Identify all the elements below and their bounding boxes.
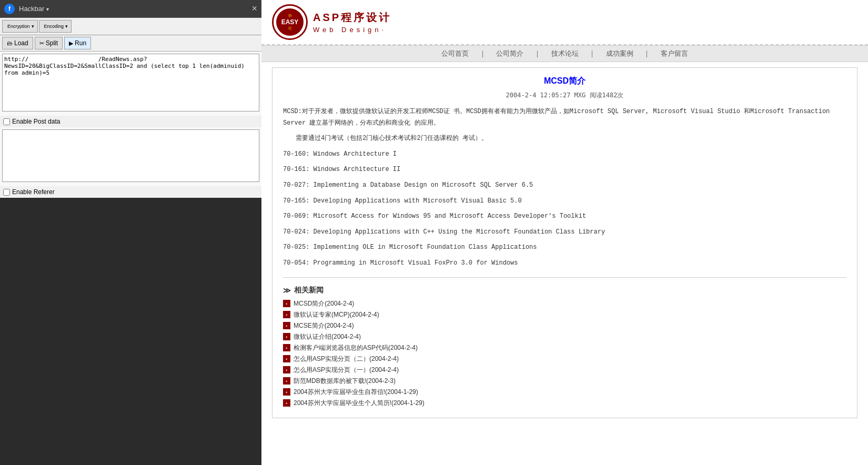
article-divider: [283, 277, 846, 278]
course-item-4: 70-069: Microsoft Access for Windows 95 …: [283, 211, 846, 223]
hackbar-title: Hackbar ▾: [19, 5, 49, 13]
referer-label[interactable]: Enable Referer: [3, 188, 258, 196]
news-icon-2: ▪: [283, 322, 290, 329]
hackbar-titlebar-left: f Hackbar ▾: [4, 4, 49, 14]
course-item-1: 70-161: Windows Architecture II: [283, 164, 846, 176]
article-meta: 2004-2-4 12:05:27 MXG 阅读1482次: [283, 91, 846, 100]
split-icon: ✂: [39, 40, 44, 47]
course-item-2: 70-027: Implementing a Database Design o…: [283, 180, 846, 191]
nav-item-cases[interactable]: 成功案例: [606, 49, 633, 57]
article-body: MCSD:对于开发者，微软提供微软认证的开发工程师MCSD证 书。MCSD拥有者…: [283, 106, 846, 269]
course-item-7: 70-054: Programming in Microsoft Visual …: [283, 258, 846, 269]
news-icon-7: ▪: [283, 377, 290, 385]
nav-sep-4: ｜: [643, 49, 652, 57]
nav-item-home[interactable]: 公司首页: [441, 49, 469, 57]
news-link-9[interactable]: 2004苏州大学应届毕业生个人简历!(2004-1-29): [294, 399, 425, 408]
hackbar-close-button[interactable]: ×: [251, 3, 257, 14]
article-title: MCSD简介: [283, 76, 846, 87]
news-link-7[interactable]: 防范MDB数据库的被下载!(2004-2-3): [294, 377, 396, 386]
logo-circle: 协 EASY 社: [272, 4, 308, 40]
news-icon-0: ▪: [283, 300, 290, 307]
news-link-3[interactable]: 微软认证介绍(2004-2-4): [294, 332, 361, 341]
news-item-8: ▪ 2004苏州大学应届毕业生自荐信!(2004-1-29): [283, 388, 846, 397]
split-button[interactable]: ✂ Split: [35, 37, 63, 49]
article-intro: MCSD:对于开发者，微软提供微软认证的开发工程师MCSD证 书。MCSD拥有者…: [283, 106, 846, 129]
news-icon-5: ▪: [283, 355, 290, 362]
course-item-5: 70-024: Developing Applications with C++…: [283, 227, 846, 238]
nav-item-contact[interactable]: 客户留言: [661, 49, 688, 57]
course-item-3: 70-165: Developing Applications with Mic…: [283, 196, 846, 207]
post-data-label[interactable]: Enable Post data: [3, 118, 258, 125]
nav-item-forum[interactable]: 技术论坛: [551, 49, 579, 57]
post-textarea-wrapper: [0, 127, 261, 186]
news-item-4: ▪ 检测客户端浏览器信息的ASP代码(2004-2-4): [283, 343, 846, 352]
article-para2: 需要通过4门考试（包括2门核心技术考试和2门任选课程的 考试）。: [283, 133, 846, 145]
news-item-5: ▪ 怎么用ASP实现分页（二）(2004-2-4): [283, 355, 846, 363]
load-icon: 🗁: [7, 40, 13, 46]
hackbar-logo: f: [4, 4, 15, 14]
hackbar-buttons: 🗁 Load ✂ Split ▶ Run: [0, 35, 261, 52]
news-link-1[interactable]: 微软认证专家(MCP)(2004-2-4): [294, 310, 379, 319]
news-link-6[interactable]: 怎么用ASP实现分页（一）(2004-2-4): [294, 366, 399, 375]
nav-sep-2: ｜: [534, 49, 543, 57]
news-icon-6: ▪: [283, 366, 290, 373]
post-data-section: Enable Post data: [0, 116, 261, 127]
news-link-0[interactable]: MCSD简介(2004-2-4): [294, 299, 354, 308]
article-courses-list: 70-160: Windows Architecture I 70-161: W…: [283, 149, 846, 269]
content-area: MCSD简介 2004-2-4 12:05:27 MXG 阅读1482次 MCS…: [261, 62, 868, 465]
url-area: http:// /ReadNews.asp?NewsID=20&BigClass…: [0, 52, 261, 116]
site-logo: 协 EASY 社: [272, 4, 308, 40]
news-link-8[interactable]: 2004苏州大学应届毕业生自荐信!(2004-1-29): [294, 388, 418, 397]
post-data-checkbox[interactable]: [3, 118, 10, 125]
news-item-0: ▪ MCSD简介(2004-2-4): [283, 299, 846, 308]
news-link-5[interactable]: 怎么用ASP实现分页（二）(2004-2-4): [294, 355, 399, 363]
news-link-2[interactable]: MCSE简介(2004-2-4): [294, 321, 354, 330]
hackbar-toolbar: Encryption▾ Encoding▾: [0, 18, 261, 35]
hackbar-titlebar: f Hackbar ▾ ×: [0, 0, 261, 18]
url-input[interactable]: http:// /ReadNews.asp?NewsID=20&BigClass…: [2, 54, 259, 112]
course-item-0: 70-160: Windows Architecture I: [283, 149, 846, 160]
post-input[interactable]: [2, 129, 259, 182]
site-title-cn: ASP程序设计: [313, 11, 391, 25]
related-arrow-icon: ≫: [283, 286, 291, 295]
news-icon-9: ▪: [283, 399, 290, 407]
news-item-3: ▪ 微软认证介绍(2004-2-4): [283, 332, 846, 341]
news-icon-8: ▪: [283, 388, 290, 396]
related-news-title: ≫ 相关新闻: [283, 286, 846, 295]
referer-checkbox[interactable]: [3, 189, 10, 196]
news-item-9: ▪ 2004苏州大学应届毕业生个人简历!(2004-1-29): [283, 399, 846, 408]
site-title-area: ASP程序设计 Web Design·: [313, 11, 391, 34]
site-header: 协 EASY 社 ASP程序设计 Web Design·: [261, 0, 868, 45]
encoding-dropdown[interactable]: Encoding▾: [39, 20, 72, 33]
news-item-6: ▪ 怎么用ASP实现分页（一）(2004-2-4): [283, 366, 846, 375]
news-item-1: ▪ 微软认证专家(MCP)(2004-2-4): [283, 310, 846, 319]
news-link-4[interactable]: 检测客户端浏览器信息的ASP代码(2004-2-4): [294, 343, 418, 352]
news-icon-4: ▪: [283, 344, 290, 351]
nav-sep-1: ｜: [479, 49, 488, 57]
logo-inner: 协 EASY 社: [276, 8, 304, 36]
news-icon-1: ▪: [283, 311, 290, 318]
related-news: ≫ 相关新闻 ▪ MCSD简介(2004-2-4) ▪ 微软认证专家(MCP)(…: [283, 286, 846, 408]
nav-item-about[interactable]: 公司简介: [496, 49, 523, 57]
site-nav: 公司首页 ｜ 公司简介 ｜ 技术论坛 ｜ 成功案例 ｜ 客户留言: [261, 45, 868, 62]
news-item-2: ▪ MCSE简介(2004-2-4): [283, 321, 846, 330]
course-item-6: 70-025: Implementing OLE in Microsoft Fo…: [283, 242, 846, 254]
encryption-dropdown[interactable]: Encryption▾: [2, 20, 38, 33]
site-subtitle: Web Design·: [313, 26, 391, 34]
web-panel: 协 EASY 社 ASP程序设计 Web Design· 公司首页 ｜ 公司简介…: [261, 0, 868, 465]
news-item-7: ▪ 防范MDB数据库的被下载!(2004-2-3): [283, 377, 846, 386]
article-box: MCSD简介 2004-2-4 12:05:27 MXG 阅读1482次 MCS…: [272, 67, 857, 418]
nav-sep-3: ｜: [589, 49, 598, 57]
run-button[interactable]: ▶ Run: [64, 37, 91, 49]
load-button[interactable]: 🗁 Load: [2, 37, 33, 49]
run-icon: ▶: [69, 40, 73, 47]
news-icon-3: ▪: [283, 333, 290, 340]
hackbar-panel: f Hackbar ▾ × Encryption▾ Encoding▾ 🗁 Lo…: [0, 0, 261, 465]
referer-section: Enable Referer: [0, 186, 261, 198]
